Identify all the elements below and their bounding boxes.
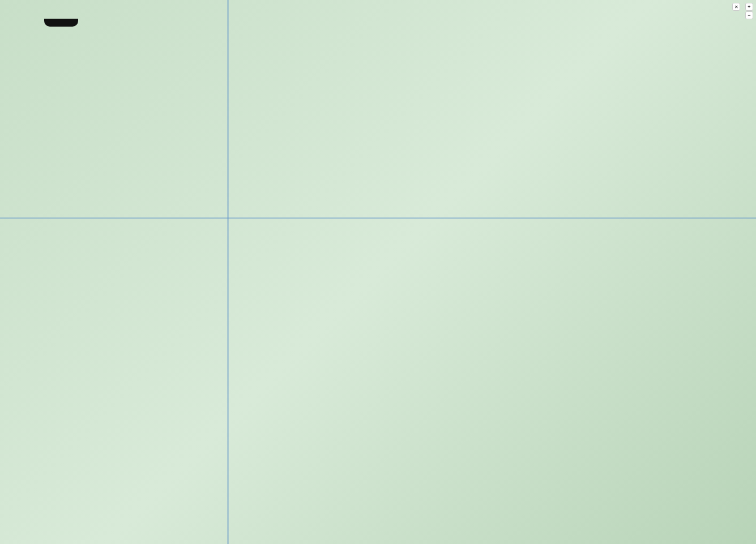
exp-map: $65 $65 $65 $65 $65 + − ✕ [253,332,739,383]
bottom-row: airbnb 🔍 find ♡ lists 👤 log [17,263,739,541]
experiences-screen: airbnb 🔍 ♡ 👤 Experiences ⊞ SHOW MAP ▼ FI… [253,263,739,495]
phone-notch [44,19,78,27]
map-bg [0,0,756,544]
map-zoom-controls: + − [745,3,753,19]
bottom-screens: airbnb 🔍 ♡ 👤 $65 / night ♡ ↗ [161,263,739,495]
map-road-h [0,217,756,219]
map-zoom-out[interactable]: − [745,11,753,19]
map-close-btn[interactable]: ✕ [732,3,740,11]
map-road-v [227,0,229,544]
map-zoom-in[interactable]: + [745,3,753,11]
